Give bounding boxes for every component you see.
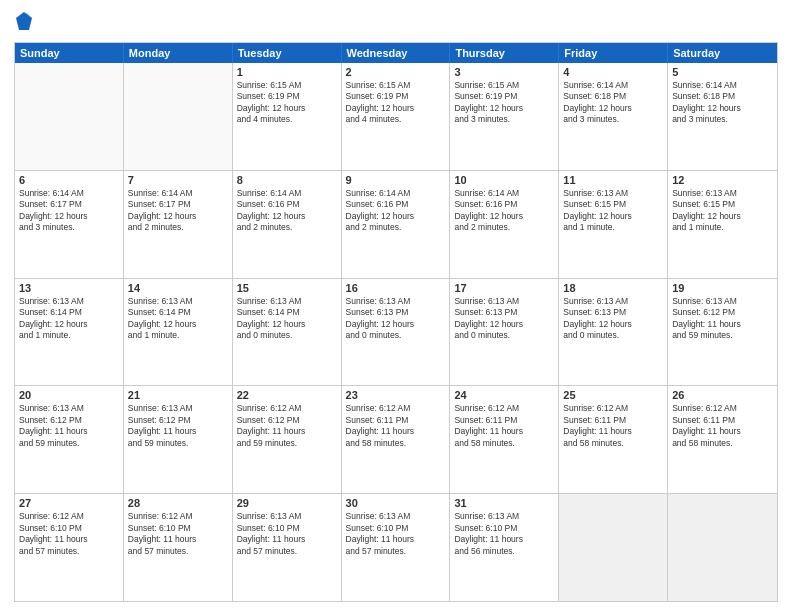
day-number: 24 xyxy=(454,389,554,401)
calendar-cell-r1c6: 12Sunrise: 6:13 AM Sunset: 6:15 PM Dayli… xyxy=(668,171,777,278)
cell-info: Sunrise: 6:12 AM Sunset: 6:11 PM Dayligh… xyxy=(563,403,663,449)
calendar-cell-r2c0: 13Sunrise: 6:13 AM Sunset: 6:14 PM Dayli… xyxy=(15,279,124,386)
cell-info: Sunrise: 6:14 AM Sunset: 6:18 PM Dayligh… xyxy=(672,80,773,126)
weekday-header-tuesday: Tuesday xyxy=(233,43,342,63)
day-number: 3 xyxy=(454,66,554,78)
day-number: 18 xyxy=(563,282,663,294)
calendar-cell-r2c4: 17Sunrise: 6:13 AM Sunset: 6:13 PM Dayli… xyxy=(450,279,559,386)
day-number: 26 xyxy=(672,389,773,401)
day-number: 14 xyxy=(128,282,228,294)
day-number: 17 xyxy=(454,282,554,294)
logo xyxy=(14,10,38,34)
cell-info: Sunrise: 6:13 AM Sunset: 6:15 PM Dayligh… xyxy=(672,188,773,234)
day-number: 20 xyxy=(19,389,119,401)
calendar-cell-r4c2: 29Sunrise: 6:13 AM Sunset: 6:10 PM Dayli… xyxy=(233,494,342,601)
calendar-cell-r1c5: 11Sunrise: 6:13 AM Sunset: 6:15 PM Dayli… xyxy=(559,171,668,278)
weekday-header-monday: Monday xyxy=(124,43,233,63)
calendar-cell-r2c1: 14Sunrise: 6:13 AM Sunset: 6:14 PM Dayli… xyxy=(124,279,233,386)
day-number: 11 xyxy=(563,174,663,186)
calendar-cell-r4c6 xyxy=(668,494,777,601)
calendar-cell-r0c3: 2Sunrise: 6:15 AM Sunset: 6:19 PM Daylig… xyxy=(342,63,451,170)
cell-info: Sunrise: 6:13 AM Sunset: 6:10 PM Dayligh… xyxy=(237,511,337,557)
calendar-cell-r3c4: 24Sunrise: 6:12 AM Sunset: 6:11 PM Dayli… xyxy=(450,386,559,493)
calendar-row-4: 27Sunrise: 6:12 AM Sunset: 6:10 PM Dayli… xyxy=(15,493,777,601)
day-number: 25 xyxy=(563,389,663,401)
cell-info: Sunrise: 6:13 AM Sunset: 6:14 PM Dayligh… xyxy=(19,296,119,342)
calendar-cell-r4c1: 28Sunrise: 6:12 AM Sunset: 6:10 PM Dayli… xyxy=(124,494,233,601)
page: SundayMondayTuesdayWednesdayThursdayFrid… xyxy=(0,0,792,612)
calendar-cell-r1c2: 8Sunrise: 6:14 AM Sunset: 6:16 PM Daylig… xyxy=(233,171,342,278)
cell-info: Sunrise: 6:13 AM Sunset: 6:12 PM Dayligh… xyxy=(672,296,773,342)
calendar-cell-r3c5: 25Sunrise: 6:12 AM Sunset: 6:11 PM Dayli… xyxy=(559,386,668,493)
day-number: 6 xyxy=(19,174,119,186)
cell-info: Sunrise: 6:15 AM Sunset: 6:19 PM Dayligh… xyxy=(237,80,337,126)
calendar-row-1: 6Sunrise: 6:14 AM Sunset: 6:17 PM Daylig… xyxy=(15,170,777,278)
cell-info: Sunrise: 6:14 AM Sunset: 6:16 PM Dayligh… xyxy=(346,188,446,234)
logo-icon xyxy=(14,10,34,34)
day-number: 30 xyxy=(346,497,446,509)
day-number: 22 xyxy=(237,389,337,401)
day-number: 23 xyxy=(346,389,446,401)
calendar-cell-r0c6: 5Sunrise: 6:14 AM Sunset: 6:18 PM Daylig… xyxy=(668,63,777,170)
cell-info: Sunrise: 6:14 AM Sunset: 6:16 PM Dayligh… xyxy=(237,188,337,234)
weekday-header-thursday: Thursday xyxy=(450,43,559,63)
calendar-cell-r0c5: 4Sunrise: 6:14 AM Sunset: 6:18 PM Daylig… xyxy=(559,63,668,170)
cell-info: Sunrise: 6:13 AM Sunset: 6:14 PM Dayligh… xyxy=(128,296,228,342)
day-number: 5 xyxy=(672,66,773,78)
calendar-row-0: 1Sunrise: 6:15 AM Sunset: 6:19 PM Daylig… xyxy=(15,63,777,170)
calendar-cell-r1c4: 10Sunrise: 6:14 AM Sunset: 6:16 PM Dayli… xyxy=(450,171,559,278)
calendar-cell-r4c4: 31Sunrise: 6:13 AM Sunset: 6:10 PM Dayli… xyxy=(450,494,559,601)
calendar-cell-r0c2: 1Sunrise: 6:15 AM Sunset: 6:19 PM Daylig… xyxy=(233,63,342,170)
day-number: 7 xyxy=(128,174,228,186)
day-number: 27 xyxy=(19,497,119,509)
day-number: 4 xyxy=(563,66,663,78)
calendar-cell-r3c1: 21Sunrise: 6:13 AM Sunset: 6:12 PM Dayli… xyxy=(124,386,233,493)
calendar-cell-r3c3: 23Sunrise: 6:12 AM Sunset: 6:11 PM Dayli… xyxy=(342,386,451,493)
day-number: 12 xyxy=(672,174,773,186)
cell-info: Sunrise: 6:13 AM Sunset: 6:12 PM Dayligh… xyxy=(19,403,119,449)
day-number: 29 xyxy=(237,497,337,509)
day-number: 2 xyxy=(346,66,446,78)
calendar-cell-r3c6: 26Sunrise: 6:12 AM Sunset: 6:11 PM Dayli… xyxy=(668,386,777,493)
calendar-cell-r2c3: 16Sunrise: 6:13 AM Sunset: 6:13 PM Dayli… xyxy=(342,279,451,386)
cell-info: Sunrise: 6:13 AM Sunset: 6:15 PM Dayligh… xyxy=(563,188,663,234)
weekday-header-friday: Friday xyxy=(559,43,668,63)
calendar-cell-r4c3: 30Sunrise: 6:13 AM Sunset: 6:10 PM Dayli… xyxy=(342,494,451,601)
cell-info: Sunrise: 6:14 AM Sunset: 6:17 PM Dayligh… xyxy=(128,188,228,234)
cell-info: Sunrise: 6:14 AM Sunset: 6:16 PM Dayligh… xyxy=(454,188,554,234)
calendar: SundayMondayTuesdayWednesdayThursdayFrid… xyxy=(14,42,778,602)
day-number: 13 xyxy=(19,282,119,294)
day-number: 19 xyxy=(672,282,773,294)
cell-info: Sunrise: 6:12 AM Sunset: 6:11 PM Dayligh… xyxy=(672,403,773,449)
calendar-cell-r0c4: 3Sunrise: 6:15 AM Sunset: 6:19 PM Daylig… xyxy=(450,63,559,170)
calendar-cell-r4c5 xyxy=(559,494,668,601)
calendar-cell-r2c5: 18Sunrise: 6:13 AM Sunset: 6:13 PM Dayli… xyxy=(559,279,668,386)
day-number: 16 xyxy=(346,282,446,294)
weekday-header-wednesday: Wednesday xyxy=(342,43,451,63)
cell-info: Sunrise: 6:13 AM Sunset: 6:13 PM Dayligh… xyxy=(563,296,663,342)
day-number: 21 xyxy=(128,389,228,401)
calendar-cell-r1c3: 9Sunrise: 6:14 AM Sunset: 6:16 PM Daylig… xyxy=(342,171,451,278)
svg-marker-0 xyxy=(16,12,32,30)
calendar-cell-r2c2: 15Sunrise: 6:13 AM Sunset: 6:14 PM Dayli… xyxy=(233,279,342,386)
calendar-header: SundayMondayTuesdayWednesdayThursdayFrid… xyxy=(15,43,777,63)
cell-info: Sunrise: 6:12 AM Sunset: 6:11 PM Dayligh… xyxy=(454,403,554,449)
cell-info: Sunrise: 6:12 AM Sunset: 6:10 PM Dayligh… xyxy=(128,511,228,557)
day-number: 31 xyxy=(454,497,554,509)
day-number: 1 xyxy=(237,66,337,78)
day-number: 10 xyxy=(454,174,554,186)
cell-info: Sunrise: 6:12 AM Sunset: 6:11 PM Dayligh… xyxy=(346,403,446,449)
calendar-cell-r3c0: 20Sunrise: 6:13 AM Sunset: 6:12 PM Dayli… xyxy=(15,386,124,493)
calendar-cell-r0c0 xyxy=(15,63,124,170)
calendar-cell-r2c6: 19Sunrise: 6:13 AM Sunset: 6:12 PM Dayli… xyxy=(668,279,777,386)
cell-info: Sunrise: 6:13 AM Sunset: 6:12 PM Dayligh… xyxy=(128,403,228,449)
day-number: 28 xyxy=(128,497,228,509)
calendar-row-3: 20Sunrise: 6:13 AM Sunset: 6:12 PM Dayli… xyxy=(15,385,777,493)
cell-info: Sunrise: 6:12 AM Sunset: 6:12 PM Dayligh… xyxy=(237,403,337,449)
header xyxy=(14,10,778,34)
cell-info: Sunrise: 6:14 AM Sunset: 6:18 PM Dayligh… xyxy=(563,80,663,126)
calendar-cell-r0c1 xyxy=(124,63,233,170)
calendar-row-2: 13Sunrise: 6:13 AM Sunset: 6:14 PM Dayli… xyxy=(15,278,777,386)
weekday-header-sunday: Sunday xyxy=(15,43,124,63)
calendar-cell-r3c2: 22Sunrise: 6:12 AM Sunset: 6:12 PM Dayli… xyxy=(233,386,342,493)
